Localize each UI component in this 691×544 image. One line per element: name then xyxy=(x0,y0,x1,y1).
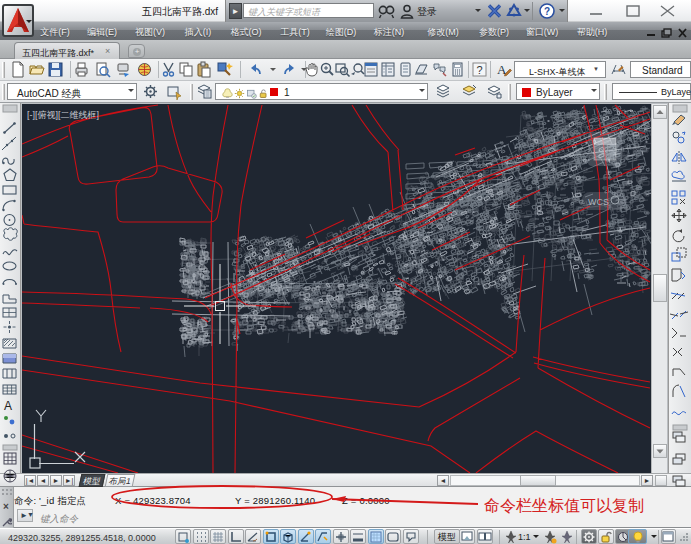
svg-text:A: A xyxy=(4,399,12,413)
svg-text:?: ? xyxy=(544,6,550,17)
svg-text:[-][俯视][二维线框]: [-][俯视][二维线框] xyxy=(27,110,99,120)
svg-text:WCS: WCS xyxy=(588,197,609,207)
svg-text:?: ? xyxy=(476,64,482,76)
